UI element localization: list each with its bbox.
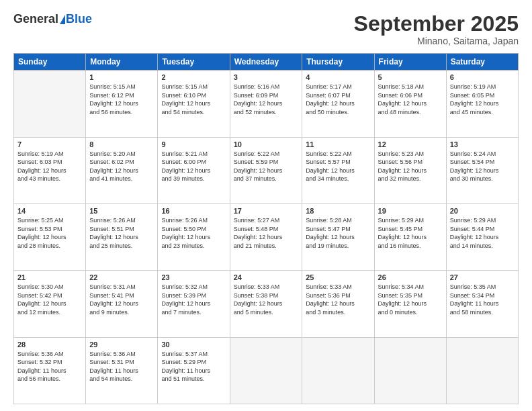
day-info: Sunrise: 5:26 AM Sunset: 5:50 PM Dayligh…: [161, 216, 226, 250]
calendar-cell: 5Sunrise: 5:18 AM Sunset: 6:06 PM Daylig…: [374, 71, 446, 137]
day-number: 9: [161, 140, 226, 148]
day-info: Sunrise: 5:25 AM Sunset: 5:53 PM Dayligh…: [17, 216, 82, 250]
calendar-cell: 13Sunrise: 5:24 AM Sunset: 5:54 PM Dayli…: [446, 137, 518, 203]
day-number: 6: [450, 73, 515, 81]
day-info: Sunrise: 5:36 AM Sunset: 5:32 PM Dayligh…: [17, 350, 82, 383]
day-number: 23: [161, 273, 226, 281]
calendar-cell: 17Sunrise: 5:27 AM Sunset: 5:48 PM Dayli…: [230, 203, 302, 270]
day-number: 14: [17, 207, 82, 215]
day-number: 3: [234, 73, 299, 81]
day-number: 22: [89, 273, 154, 281]
day-number: 5: [378, 73, 443, 81]
logo-general: General: [13, 12, 58, 26]
day-number: 16: [161, 207, 226, 215]
day-number: 20: [450, 207, 515, 215]
week-row-5: 28Sunrise: 5:36 AM Sunset: 5:32 PM Dayli…: [14, 337, 519, 404]
day-info: Sunrise: 5:28 AM Sunset: 5:47 PM Dayligh…: [306, 216, 370, 250]
day-info: Sunrise: 5:37 AM Sunset: 5:29 PM Dayligh…: [161, 350, 226, 383]
calendar-cell: 1Sunrise: 5:15 AM Sunset: 6:12 PM Daylig…: [86, 71, 158, 137]
calendar-cell: 28Sunrise: 5:36 AM Sunset: 5:32 PM Dayli…: [14, 337, 86, 404]
day-info: Sunrise: 5:21 AM Sunset: 6:00 PM Dayligh…: [161, 150, 226, 183]
calendar-cell: [374, 337, 446, 404]
day-info: Sunrise: 5:15 AM Sunset: 6:12 PM Dayligh…: [89, 83, 154, 116]
day-number: 17: [234, 207, 299, 215]
logo-icon: [60, 15, 65, 24]
week-row-3: 14Sunrise: 5:25 AM Sunset: 5:53 PM Dayli…: [14, 203, 519, 270]
day-info: Sunrise: 5:15 AM Sunset: 6:10 PM Dayligh…: [161, 83, 226, 116]
day-number: 28: [17, 340, 82, 349]
col-sunday: Sunday: [14, 54, 86, 71]
day-number: 18: [306, 207, 370, 215]
day-number: 12: [378, 140, 443, 148]
day-info: Sunrise: 5:27 AM Sunset: 5:48 PM Dayligh…: [234, 216, 299, 250]
calendar-table: Sunday Monday Tuesday Wednesday Thursday…: [13, 53, 519, 404]
day-number: 13: [450, 140, 515, 148]
week-row-4: 21Sunrise: 5:30 AM Sunset: 5:42 PM Dayli…: [14, 271, 519, 337]
day-info: Sunrise: 5:33 AM Sunset: 5:36 PM Dayligh…: [306, 283, 370, 316]
day-info: Sunrise: 5:20 AM Sunset: 6:02 PM Dayligh…: [89, 150, 154, 183]
day-number: 11: [306, 140, 370, 148]
day-number: 26: [378, 273, 443, 281]
calendar-cell: 15Sunrise: 5:26 AM Sunset: 5:51 PM Dayli…: [86, 203, 158, 270]
day-info: Sunrise: 5:23 AM Sunset: 5:56 PM Dayligh…: [378, 150, 443, 183]
day-info: Sunrise: 5:29 AM Sunset: 5:45 PM Dayligh…: [378, 216, 443, 250]
day-number: 4: [306, 73, 370, 81]
day-number: 25: [306, 273, 370, 281]
calendar-cell: 20Sunrise: 5:29 AM Sunset: 5:44 PM Dayli…: [446, 203, 518, 270]
header-row: Sunday Monday Tuesday Wednesday Thursday…: [14, 54, 519, 71]
calendar-cell: 21Sunrise: 5:30 AM Sunset: 5:42 PM Dayli…: [14, 271, 86, 337]
calendar-cell: 9Sunrise: 5:21 AM Sunset: 6:00 PM Daylig…: [158, 137, 230, 203]
day-info: Sunrise: 5:32 AM Sunset: 5:39 PM Dayligh…: [161, 283, 226, 316]
calendar-cell: [14, 71, 86, 137]
day-info: Sunrise: 5:26 AM Sunset: 5:51 PM Dayligh…: [89, 216, 154, 250]
calendar-cell: 10Sunrise: 5:22 AM Sunset: 5:59 PM Dayli…: [230, 137, 302, 203]
calendar-cell: 4Sunrise: 5:17 AM Sunset: 6:07 PM Daylig…: [302, 71, 374, 137]
logo: General Blue: [13, 12, 92, 26]
day-number: 8: [89, 140, 154, 148]
calendar-cell: 11Sunrise: 5:22 AM Sunset: 5:57 PM Dayli…: [302, 137, 374, 203]
logo-text: General Blue: [13, 12, 92, 26]
day-info: Sunrise: 5:35 AM Sunset: 5:34 PM Dayligh…: [450, 283, 515, 316]
calendar-cell: [302, 337, 374, 404]
calendar-cell: 7Sunrise: 5:19 AM Sunset: 6:03 PM Daylig…: [14, 137, 86, 203]
calendar-cell: 25Sunrise: 5:33 AM Sunset: 5:36 PM Dayli…: [302, 271, 374, 337]
week-row-1: 1Sunrise: 5:15 AM Sunset: 6:12 PM Daylig…: [14, 71, 519, 137]
day-info: Sunrise: 5:22 AM Sunset: 5:57 PM Dayligh…: [306, 150, 370, 183]
header: General Blue September 2025 Minano, Sait…: [13, 12, 519, 46]
calendar-cell: 12Sunrise: 5:23 AM Sunset: 5:56 PM Dayli…: [374, 137, 446, 203]
day-number: 10: [234, 140, 299, 148]
calendar-cell: [230, 337, 302, 404]
day-info: Sunrise: 5:16 AM Sunset: 6:09 PM Dayligh…: [234, 83, 299, 116]
day-info: Sunrise: 5:19 AM Sunset: 6:05 PM Dayligh…: [450, 83, 515, 116]
calendar-cell: 22Sunrise: 5:31 AM Sunset: 5:41 PM Dayli…: [86, 271, 158, 337]
day-number: 2: [161, 73, 226, 81]
page: General Blue September 2025 Minano, Sait…: [0, 0, 532, 411]
day-info: Sunrise: 5:22 AM Sunset: 5:59 PM Dayligh…: [234, 150, 299, 183]
day-number: 30: [161, 340, 226, 349]
calendar-cell: 14Sunrise: 5:25 AM Sunset: 5:53 PM Dayli…: [14, 203, 86, 270]
calendar-cell: [446, 337, 518, 404]
calendar-cell: 6Sunrise: 5:19 AM Sunset: 6:05 PM Daylig…: [446, 71, 518, 137]
day-info: Sunrise: 5:34 AM Sunset: 5:35 PM Dayligh…: [378, 283, 443, 316]
day-number: 27: [450, 273, 515, 281]
calendar-cell: 16Sunrise: 5:26 AM Sunset: 5:50 PM Dayli…: [158, 203, 230, 270]
day-info: Sunrise: 5:33 AM Sunset: 5:38 PM Dayligh…: [234, 283, 299, 316]
calendar-cell: 29Sunrise: 5:36 AM Sunset: 5:31 PM Dayli…: [86, 337, 158, 404]
day-number: 1: [89, 73, 154, 81]
calendar-cell: 26Sunrise: 5:34 AM Sunset: 5:35 PM Dayli…: [374, 271, 446, 337]
col-tuesday: Tuesday: [158, 54, 230, 71]
calendar-cell: 2Sunrise: 5:15 AM Sunset: 6:10 PM Daylig…: [158, 71, 230, 137]
day-info: Sunrise: 5:29 AM Sunset: 5:44 PM Dayligh…: [450, 216, 515, 250]
calendar-cell: 18Sunrise: 5:28 AM Sunset: 5:47 PM Dayli…: [302, 203, 374, 270]
day-info: Sunrise: 5:31 AM Sunset: 5:41 PM Dayligh…: [89, 283, 154, 316]
day-number: 29: [89, 340, 154, 349]
calendar-title: September 2025: [354, 12, 519, 36]
day-info: Sunrise: 5:18 AM Sunset: 6:06 PM Dayligh…: [378, 83, 443, 116]
calendar-cell: 24Sunrise: 5:33 AM Sunset: 5:38 PM Dayli…: [230, 271, 302, 337]
day-number: 7: [17, 140, 82, 148]
day-number: 21: [17, 273, 82, 281]
calendar-cell: 19Sunrise: 5:29 AM Sunset: 5:45 PM Dayli…: [374, 203, 446, 270]
calendar-cell: 3Sunrise: 5:16 AM Sunset: 6:09 PM Daylig…: [230, 71, 302, 137]
calendar-cell: 23Sunrise: 5:32 AM Sunset: 5:39 PM Dayli…: [158, 271, 230, 337]
col-friday: Friday: [374, 54, 446, 71]
